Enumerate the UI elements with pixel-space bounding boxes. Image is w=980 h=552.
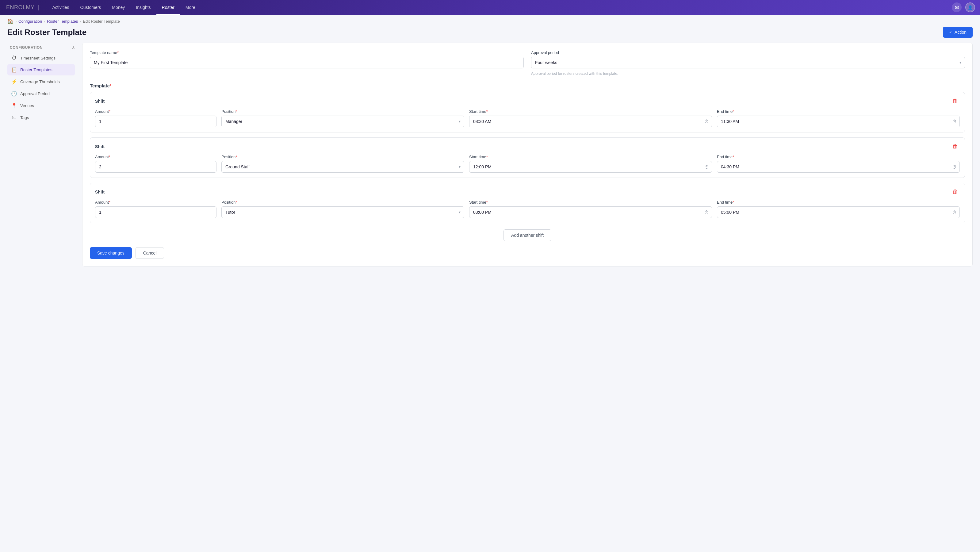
sidebar-item-coverage-thresholds[interactable]: ⚡ Coverage Thresholds xyxy=(7,76,75,87)
sidebar-item-timesheet-settings[interactable]: ⏱ Timesheet Settings xyxy=(7,52,75,64)
shift-3-amount-label: Amount* xyxy=(95,200,216,205)
template-icon: 📋 xyxy=(11,67,17,73)
shift-3-amount-group: Amount* xyxy=(95,200,216,218)
shift-1-start-time-label: Start time* xyxy=(469,109,712,114)
nav-item-money[interactable]: Money xyxy=(107,0,130,15)
shift-fields-2: Amount* Position* Manager Ground Staff xyxy=(95,154,960,173)
nav-item-customers[interactable]: Customers xyxy=(75,0,107,15)
shift-header-1: Shift 🗑 xyxy=(95,97,960,105)
shift-3-position-group: Position* Manager Ground Staff Tutor ▾ xyxy=(221,200,464,218)
shift-1-amount-input[interactable] xyxy=(95,116,216,127)
shift-card-1: Shift 🗑 Amount* Position* xyxy=(90,92,965,132)
cancel-button[interactable]: Cancel xyxy=(135,247,164,259)
logo: ENROLMY | xyxy=(5,4,39,11)
approval-period-label: Approval period xyxy=(531,50,965,55)
template-section-label: Template* xyxy=(90,83,965,88)
nav-item-more[interactable]: More xyxy=(180,0,201,15)
venue-icon: 📍 xyxy=(11,103,17,108)
delete-shift-2-button[interactable]: 🗑 xyxy=(951,143,960,150)
sidebar-item-tags[interactable]: 🏷 Tags xyxy=(7,112,75,123)
shift-2-end-time-group: End time* ⏱ xyxy=(717,154,960,173)
approval-period-select-wrap: One week Two weeks Three weeks Four week… xyxy=(531,57,965,68)
form-row-template-name-approval: Template name* Approval period One week … xyxy=(90,50,965,76)
shift-1-position-group: Position* Manager Ground Staff Tutor ▾ xyxy=(221,109,464,127)
shift-2-amount-input[interactable] xyxy=(95,161,216,173)
shift-title-1: Shift xyxy=(95,99,105,103)
template-name-label: Template name* xyxy=(90,50,524,55)
delete-shift-1-button[interactable]: 🗑 xyxy=(951,97,960,105)
action-button[interactable]: ✓ Action xyxy=(943,27,973,38)
sidebar-item-approval-period[interactable]: 🕐 Approval Period xyxy=(7,88,75,99)
page-title: Edit Roster Template xyxy=(7,28,86,37)
shift-3-position-label: Position* xyxy=(221,200,464,205)
shift-3-amount-input[interactable] xyxy=(95,207,216,218)
page-header: Edit Roster Template ✓ Action xyxy=(0,27,980,43)
approval-period-helper: Approval period for rosters created with… xyxy=(531,72,965,76)
shift-1-amount-label: Amount* xyxy=(95,109,216,114)
breadcrumb-roster-templates[interactable]: Roster Templates xyxy=(47,19,78,24)
breadcrumb: 🏠 › Configuration › Roster Templates › E… xyxy=(0,15,980,27)
form-group-template-name: Template name* xyxy=(90,50,524,76)
nav-right: ✉ 👤 xyxy=(952,2,975,12)
shift-title-2: Shift xyxy=(95,144,105,149)
breadcrumb-current: Edit Roster Template xyxy=(83,19,119,24)
shift-3-end-time-input[interactable] xyxy=(717,207,960,218)
template-name-input[interactable] xyxy=(90,57,524,68)
shift-1-start-time-input[interactable] xyxy=(469,116,712,127)
approval-period-select[interactable]: One week Two weeks Three weeks Four week… xyxy=(531,57,965,68)
shift-3-position-select[interactable]: Manager Ground Staff Tutor xyxy=(221,207,464,218)
shift-1-position-select[interactable]: Manager Ground Staff Tutor xyxy=(221,116,464,127)
shift-2-end-time-label: End time* xyxy=(717,154,960,159)
shift-2-amount-label: Amount* xyxy=(95,154,216,159)
chevron-up-icon: ∧ xyxy=(72,45,75,50)
avatar[interactable]: 👤 xyxy=(965,2,975,12)
nav-item-insights[interactable]: Insights xyxy=(130,0,156,15)
breadcrumb-configuration[interactable]: Configuration xyxy=(18,19,42,24)
shift-3-start-time-group: Start time* ⏱ xyxy=(469,200,712,218)
content-area: Template name* Approval period One week … xyxy=(82,43,973,267)
sidebar: Configuration ∧ ⏱ Timesheet Settings 📋 R… xyxy=(7,43,75,267)
notifications-icon[interactable]: ✉ xyxy=(952,2,962,12)
save-changes-button[interactable]: Save changes xyxy=(90,247,132,259)
home-icon[interactable]: 🏠 xyxy=(7,18,13,24)
form-group-approval-period: Approval period One week Two weeks Three… xyxy=(531,50,965,76)
sidebar-item-roster-templates[interactable]: 📋 Roster Templates xyxy=(7,64,75,75)
shift-header-3: Shift 🗑 xyxy=(95,188,960,196)
shift-3-end-time-label: End time* xyxy=(717,200,960,205)
form-actions: Save changes Cancel xyxy=(90,247,965,259)
shift-3-start-time-label: Start time* xyxy=(469,200,712,205)
shift-1-end-time-label: End time* xyxy=(717,109,960,114)
tag-icon: 🏷 xyxy=(11,115,17,120)
top-navigation: ENROLMY | Activities Customers Money Ins… xyxy=(0,0,980,15)
nav-items: Activities Customers Money Insights Rost… xyxy=(47,0,952,15)
shift-2-start-time-input[interactable] xyxy=(469,161,712,173)
shift-1-start-time-group: Start time* ⏱ xyxy=(469,109,712,127)
threshold-icon: ⚡ xyxy=(11,79,17,84)
add-another-shift-button[interactable]: Add another shift xyxy=(503,229,551,241)
chevron-down-icon: ✓ xyxy=(949,30,952,34)
delete-shift-3-button[interactable]: 🗑 xyxy=(951,188,960,196)
shift-3-start-time-input[interactable] xyxy=(469,207,712,218)
template-section: Template* Shift 🗑 Amount* xyxy=(90,83,965,241)
shift-header-2: Shift 🗑 xyxy=(95,143,960,150)
shift-2-position-select[interactable]: Manager Ground Staff Tutor xyxy=(221,161,464,173)
shift-card-3: Shift 🗑 Amount* Position* xyxy=(90,183,965,223)
shift-2-start-time-label: Start time* xyxy=(469,154,712,159)
shift-fields-1: Amount* Position* Manager Ground Staff xyxy=(95,109,960,127)
add-shift-row: Add another shift xyxy=(90,229,965,241)
shift-2-start-time-group: Start time* ⏱ xyxy=(469,154,712,173)
shift-1-amount-group: Amount* xyxy=(95,109,216,127)
main-layout: Configuration ∧ ⏱ Timesheet Settings 📋 R… xyxy=(0,43,980,267)
shift-fields-3: Amount* Position* Manager Ground Staff xyxy=(95,200,960,218)
shift-2-position-label: Position* xyxy=(221,154,464,159)
approval-icon: 🕐 xyxy=(11,91,17,97)
sidebar-item-venues[interactable]: 📍 Venues xyxy=(7,100,75,111)
nav-item-roster[interactable]: Roster xyxy=(156,0,180,15)
shift-1-position-label: Position* xyxy=(221,109,464,114)
shift-1-end-time-input[interactable] xyxy=(717,116,960,127)
shift-card-2: Shift 🗑 Amount* Position* xyxy=(90,137,965,178)
shift-1-end-time-group: End time* ⏱ xyxy=(717,109,960,127)
sidebar-section-configuration: Configuration ∧ xyxy=(7,43,75,52)
shift-2-end-time-input[interactable] xyxy=(717,161,960,173)
nav-item-activities[interactable]: Activities xyxy=(47,0,75,15)
